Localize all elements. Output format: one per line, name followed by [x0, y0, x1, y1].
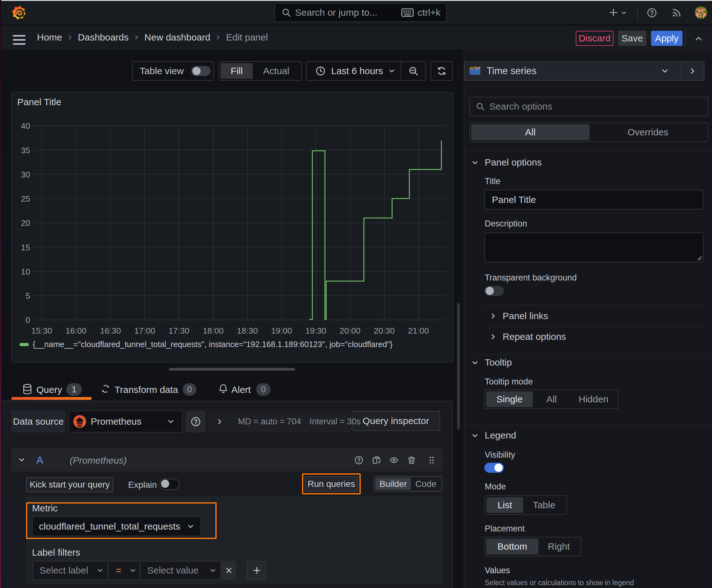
svg-text:17:00: 17:00 [134, 326, 155, 335]
svg-text:19:30: 19:30 [305, 326, 326, 335]
svg-text:18:30: 18:30 [237, 326, 258, 335]
svg-text:35: 35 [21, 146, 30, 155]
svg-text:21:00: 21:00 [408, 326, 429, 335]
svg-text:20:00: 20:00 [340, 326, 360, 335]
svg-text:20: 20 [21, 218, 30, 228]
svg-text:40: 40 [21, 121, 30, 131]
svg-text:30: 30 [21, 170, 30, 180]
svg-text:16:30: 16:30 [100, 326, 121, 335]
svg-text:15:30: 15:30 [31, 326, 52, 335]
svg-text:16:00: 16:00 [66, 326, 86, 335]
svg-text:15: 15 [21, 243, 30, 252]
svg-text:10: 10 [21, 267, 30, 276]
svg-text:25: 25 [21, 194, 30, 204]
svg-text:17:30: 17:30 [169, 326, 189, 335]
svg-text:5: 5 [25, 291, 30, 300]
svg-text:20:30: 20:30 [374, 326, 395, 335]
svg-text:0: 0 [25, 315, 30, 325]
svg-text:19:00: 19:00 [271, 326, 292, 335]
svg-text:18:00: 18:00 [203, 326, 223, 335]
